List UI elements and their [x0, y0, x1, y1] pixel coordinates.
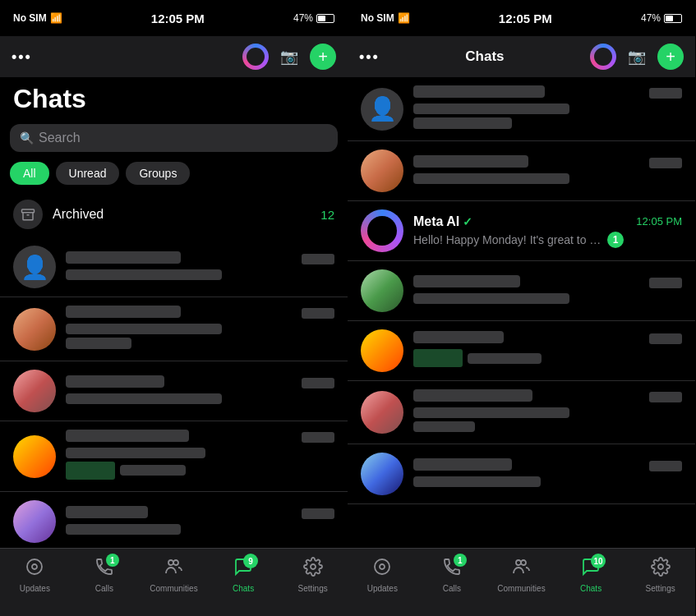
status-left-2: No SIM 📶	[361, 12, 410, 24]
chat-item-meta-ai[interactable]: Meta AI ✓ 12:05 PM Hello! Happy Monday! …	[348, 201, 695, 261]
filter-tab-unread[interactable]: Unread	[56, 162, 120, 185]
battery-percent-2: 47%	[641, 12, 661, 24]
tab-chats-left[interactable]: 9 Chats	[219, 557, 268, 593]
status-left: No SIM 📶	[13, 12, 62, 24]
chat-item[interactable]	[348, 141, 695, 201]
menu-dots-button-2[interactable]: •••	[359, 48, 380, 66]
chat-header	[66, 430, 334, 445]
chat-item[interactable]	[348, 381, 695, 444]
chat-header	[66, 375, 334, 391]
chat-item[interactable]	[348, 261, 695, 321]
meta-ai-time: 12:05 PM	[636, 215, 682, 228]
tab-calls-2[interactable]: 1 Calls	[427, 557, 477, 593]
chat-time-blur	[649, 333, 682, 344]
tab-settings-2[interactable]: Settings	[636, 557, 685, 593]
chat-preview-blur-5	[468, 353, 542, 364]
chat-name-blur	[413, 155, 528, 168]
nav-title: Chats	[465, 48, 504, 65]
chat-item[interactable]	[0, 492, 348, 548]
chat-list-left: 👤	[0, 237, 348, 548]
chat-item[interactable]	[348, 321, 695, 381]
chat-preview-blur	[66, 524, 181, 535]
tab-settings[interactable]: Settings	[288, 557, 338, 593]
chat-name-blur	[66, 251, 181, 264]
archived-row[interactable]: Archived 12	[0, 191, 348, 237]
chat-header	[413, 389, 682, 405]
avatar	[13, 500, 56, 543]
filter-tab-all[interactable]: All	[10, 162, 49, 185]
chat-preview-blur-2	[413, 117, 512, 129]
chat-content	[66, 251, 334, 283]
chat-item[interactable]	[348, 444, 695, 504]
chat-preview-blur	[413, 103, 569, 114]
chat-content	[66, 506, 334, 538]
tab-communities-2[interactable]: Communities	[496, 557, 546, 593]
svg-point-2	[32, 564, 37, 569]
tab-updates-2[interactable]: Updates	[357, 557, 407, 593]
chat-preview-blur-6	[413, 421, 475, 432]
avatar: 👤	[13, 246, 56, 288]
status-right: 47%	[293, 12, 334, 24]
chats-icon: 9	[233, 557, 253, 582]
updates-icon	[25, 557, 44, 582]
tab-updates[interactable]: Updates	[10, 557, 59, 593]
new-chat-button[interactable]: +	[310, 44, 336, 70]
chat-header-meta: Meta AI ✓ 12:05 PM	[413, 214, 682, 229]
chat-header	[66, 506, 334, 522]
battery-fill-2	[666, 16, 673, 21]
time-left: 12:05 PM	[151, 11, 205, 25]
top-nav-right: ••• Chats 📷 +	[348, 36, 695, 77]
meta-ai-inner	[247, 48, 265, 66]
svg-point-10	[658, 564, 663, 569]
chat-time-blur	[649, 392, 682, 402]
tab-chats-right[interactable]: 10 Chats	[566, 557, 615, 593]
avatar	[361, 391, 403, 434]
chat-name-blur	[413, 85, 545, 98]
chats-icon-2: 10	[581, 557, 601, 582]
chat-item[interactable]: 👤	[0, 237, 348, 297]
settings-icon	[303, 557, 323, 582]
archived-count: 12	[320, 208, 334, 222]
tab-chats-label: Chats	[233, 584, 254, 593]
chat-content	[66, 375, 334, 407]
nav-icons-right-2: 📷 +	[590, 44, 684, 70]
default-avatar-icon-2: 👤	[368, 95, 397, 122]
calls-icon: 1	[94, 557, 114, 582]
updates-icon-2	[372, 557, 392, 582]
default-avatar-icon: 👤	[21, 254, 49, 281]
new-chat-button-2[interactable]: +	[657, 44, 684, 70]
chat-time-blur	[649, 278, 682, 288]
chat-preview-blur	[66, 269, 222, 280]
chat-header	[66, 306, 334, 321]
search-icon: 🔍	[20, 131, 34, 145]
camera-button-2[interactable]: 📷	[628, 48, 646, 66]
tab-calls-label-2: Calls	[443, 584, 461, 593]
menu-dots-button[interactable]: •••	[12, 48, 32, 66]
chat-header	[413, 458, 682, 474]
tab-chats-label-2: Chats	[580, 584, 602, 593]
filter-tab-groups[interactable]: Groups	[126, 162, 190, 185]
chat-content	[66, 306, 334, 352]
chat-content	[413, 458, 682, 490]
meta-ai-avatar	[361, 209, 403, 252]
chat-item[interactable]: 👤	[348, 77, 695, 141]
archive-icon	[13, 200, 43, 229]
chat-item[interactable]	[0, 421, 348, 492]
avatar	[13, 370, 56, 412]
chat-item[interactable]	[0, 297, 348, 361]
meta-ai-nav-button-2[interactable]	[590, 44, 616, 70]
chat-preview-blur	[413, 476, 541, 487]
chat-time-blur	[649, 88, 682, 99]
tab-communities[interactable]: Communities	[149, 557, 198, 593]
camera-button[interactable]: 📷	[280, 48, 298, 66]
chat-time-blur	[302, 254, 334, 264]
svg-point-8	[516, 560, 521, 565]
tab-calls[interactable]: 1 Calls	[80, 557, 129, 593]
search-bar[interactable]: 🔍 Search	[10, 124, 338, 152]
meta-ai-nav-button[interactable]	[242, 44, 269, 70]
chats-badge: 9	[243, 554, 258, 568]
wifi-icon-2: 📶	[398, 12, 410, 24]
tab-updates-label: Updates	[20, 584, 50, 593]
tab-calls-label: Calls	[95, 584, 113, 593]
chat-item[interactable]	[0, 361, 348, 421]
